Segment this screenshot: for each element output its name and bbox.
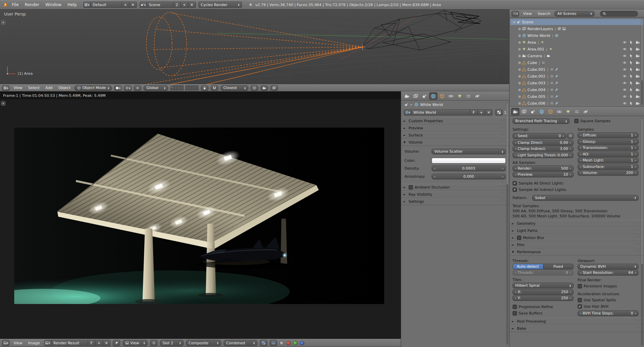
tab-render-layers[interactable]	[520, 108, 528, 115]
render-result-image[interactable]	[14, 128, 384, 304]
use-hair-bvh-checkbox[interactable]	[578, 304, 582, 309]
expand-icon[interactable]: ⊕	[517, 27, 522, 31]
sample-all-indirect-checkbox[interactable]	[513, 188, 517, 192]
world-browse-button[interactable]: ▲▼	[404, 109, 411, 115]
tab-render[interactable]	[403, 92, 411, 100]
outliner-row-white-world[interactable]: ⊕ White World |	[510, 32, 644, 39]
menu-search-outliner[interactable]: Search	[536, 12, 552, 16]
world-fake-user-button[interactable]: F	[470, 109, 478, 115]
aa-preview-field[interactable]: ◂ Preview: 10 ▸	[513, 172, 574, 177]
persistent-images-row[interactable]: Persistent Images	[578, 283, 639, 289]
visibility-eye-icon[interactable]	[623, 94, 627, 99]
panel-volume[interactable]: ▼ Volume ⠿⠿	[401, 139, 509, 146]
expand-icon[interactable]: ⊕	[517, 68, 522, 71]
panel-performance[interactable]: ▼ Performance ⠿⠿	[510, 248, 644, 256]
panel-drag-dots[interactable]: ⠿⠿	[500, 192, 506, 197]
expand-icon[interactable]: ⊕	[517, 95, 522, 99]
add-screen-layout-button[interactable]: +	[122, 2, 129, 8]
editor-type-button-outliner[interactable]: ▲▼	[512, 11, 519, 17]
progressive-refine-checkbox[interactable]	[513, 305, 517, 309]
image-browse-button[interactable]: ▲▼	[44, 340, 51, 346]
tab-object-data[interactable]	[564, 108, 572, 115]
glossy-samples-field[interactable]: ◂ Glossy: 1 ▸	[578, 139, 639, 145]
clamp-direct-field[interactable]: ◂ Clamp Direct: 0.00 ▸	[513, 140, 574, 146]
volume-anisotropy-slider[interactable]: ◂ 0.000 ▸	[432, 174, 506, 179]
tab-object-data[interactable]	[456, 92, 464, 100]
selectability-cursor-icon[interactable]	[629, 54, 633, 58]
decrement-arrow-icon[interactable]: ◂	[433, 175, 436, 178]
selectability-cursor-icon[interactable]	[629, 47, 633, 51]
render-pass-dropdown[interactable]: Combined▲▼	[224, 340, 257, 346]
sample-all-indirect-row[interactable]: Sample All Indirect Lights	[513, 187, 639, 193]
add-scene-button[interactable]: +	[181, 2, 188, 8]
menu-object[interactable]: Object	[57, 86, 72, 90]
sample-all-direct-checkbox[interactable]	[513, 181, 517, 186]
save-buffers-checkbox[interactable]	[513, 311, 517, 316]
visibility-eye-icon[interactable]	[623, 81, 627, 85]
motion-blur-checkbox[interactable]	[517, 236, 521, 240]
expand-icon[interactable]: ⊕	[517, 34, 522, 38]
draw-channels-alpha-button[interactable]	[270, 340, 277, 346]
visibility-eye-icon[interactable]	[623, 74, 627, 78]
outliner-row-cube[interactable]: ⊕ Cube |	[510, 59, 644, 66]
panel-drag-dots[interactable]: ⠿⠿	[635, 236, 641, 240]
visibility-eye-icon[interactable]	[623, 40, 627, 44]
outliner-scrollbar[interactable]	[641, 19, 643, 105]
visibility-eye-icon[interactable]	[623, 47, 627, 51]
new-world-button[interactable]: +	[478, 109, 485, 115]
renderability-camera-icon[interactable]	[636, 40, 640, 44]
panel-post-processing[interactable]: ► Post Processing ⠿⠿	[510, 318, 644, 325]
snap-peel-toggle[interactable]	[251, 85, 258, 91]
menu-render[interactable]: Render	[23, 2, 41, 7]
renderability-camera-icon[interactable]	[636, 81, 640, 85]
panel-ambient-occlusion[interactable]: ► Ambient Occlusion ⠿⠿	[401, 184, 509, 191]
panel-drag-dots[interactable]: ⠿⠿	[635, 243, 641, 247]
selectability-cursor-icon[interactable]	[629, 40, 633, 44]
panel-drag-dots[interactable]: ⠿⠿	[500, 119, 506, 123]
viewport-bvh-dropdown[interactable]: Dynamic BVH▲▼	[578, 264, 639, 269]
menu-file[interactable]: File	[10, 2, 20, 7]
use-spatial-splits-row[interactable]: Use Spatial Splits	[578, 297, 639, 303]
panel-drag-dots[interactable]: ⠿⠿	[635, 229, 641, 233]
decrement-arrow-icon[interactable]: ◂	[433, 167, 436, 170]
tab-constraints[interactable]	[447, 92, 455, 100]
panel-light-paths[interactable]: ► Light Paths ⠿⠿	[510, 227, 644, 234]
scene-name[interactable]: Scene	[147, 2, 173, 8]
panel-film[interactable]: ► Film ⠿⠿	[510, 241, 644, 248]
tab-physics[interactable]	[473, 92, 481, 100]
screen-layout-name[interactable]: Default	[91, 2, 122, 8]
draw-channels-color-button[interactable]	[260, 340, 267, 346]
panel-drag-dots[interactable]: ⠿⠿	[500, 199, 506, 204]
outliner-row-cube005[interactable]: ⊕ Cube.005 |	[510, 93, 644, 100]
outliner-row-cube006[interactable]: ⊕ Cube.006 |	[510, 100, 644, 107]
delete-scene-button[interactable]: ✕	[188, 2, 196, 8]
integrator-dropdown[interactable]: Branched Path Tracing▲▼	[513, 118, 569, 124]
square-samples-checkbox[interactable]	[574, 119, 579, 123]
diffuse-samples-field[interactable]: ◂ Diffuse: 1 ▸	[578, 132, 639, 138]
selectability-cursor-icon[interactable]	[629, 74, 633, 78]
world-datablock-name[interactable]: White World	[411, 109, 470, 115]
panel-drag-dots[interactable]: ⠿⠿	[500, 133, 506, 137]
expand-icon[interactable]: ⊕	[517, 88, 522, 92]
renderability-camera-icon[interactable]	[636, 74, 640, 78]
pattern-dropdown[interactable]: Sobol▲▼	[532, 195, 639, 201]
persistent-images-checkbox[interactable]	[578, 284, 582, 288]
use-hair-bvh-row[interactable]: Use Hair BVH	[578, 303, 639, 310]
expand-icon[interactable]: ⊕	[517, 61, 522, 65]
snap-target-dropdown[interactable]: Closest▲▼	[221, 85, 248, 91]
selectability-cursor-icon[interactable]	[629, 61, 633, 65]
panel-bake[interactable]: ► Bake ⠿⠿	[510, 325, 644, 332]
layers-widget[interactable]	[170, 85, 199, 90]
tab-object[interactable]	[438, 92, 446, 100]
outliner-row-cube004[interactable]: ⊕ Cube.004 |	[510, 86, 644, 93]
expand-icon[interactable]: ⊕	[517, 81, 522, 85]
render-layer-dropdown[interactable]: Composite▲▼	[186, 340, 221, 346]
renderability-camera-icon[interactable]	[636, 101, 640, 105]
menu-window[interactable]: Window	[44, 2, 63, 7]
image-editor[interactable]: Frame:1 | Time:01:04:50.53 | Mem:5.49M, …	[0, 91, 401, 347]
editor-type-button-3d[interactable]: ▲▼	[2, 85, 9, 91]
world-texture-users-icon[interactable]	[495, 109, 503, 115]
tab-world[interactable]	[538, 108, 546, 115]
renderability-camera-icon[interactable]	[636, 88, 640, 92]
menu-help[interactable]: Help	[66, 2, 78, 7]
